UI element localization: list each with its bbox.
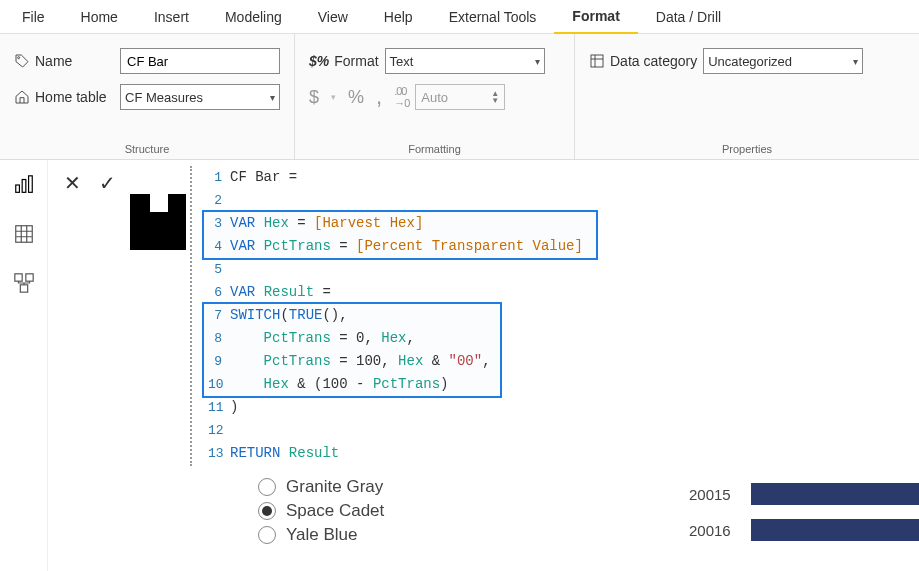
code-content[interactable] xyxy=(230,258,238,281)
menu-modeling[interactable]: Modeling xyxy=(207,1,300,33)
ribbon-group-formatting: $% Format Text ▾ $ ▾ % , .00→0 Auto xyxy=(295,34,575,159)
menubar: File Home Insert Modeling View Help Exte… xyxy=(0,0,919,34)
format-prefix-icon: $% xyxy=(309,53,329,69)
code-content[interactable]: ) xyxy=(230,396,238,419)
editor-line[interactable]: 2 xyxy=(208,189,583,212)
menu-data-drill[interactable]: Data / Drill xyxy=(638,1,739,33)
name-input[interactable] xyxy=(120,48,280,74)
editor-line[interactable]: 4VAR PctTrans = [Percent Transparent Val… xyxy=(208,235,583,258)
data-category-label: Data category xyxy=(610,53,697,69)
editor-line[interactable]: 5 xyxy=(208,258,583,281)
radio-option[interactable]: Space Cadet xyxy=(258,499,689,523)
menu-external-tools[interactable]: External Tools xyxy=(431,1,555,33)
radio-option[interactable]: Granite Gray xyxy=(258,475,689,499)
svg-rect-6 xyxy=(14,274,21,281)
line-number: 4 xyxy=(208,235,230,258)
gutter-divider xyxy=(190,166,192,466)
editor-line[interactable]: 1CF Bar = xyxy=(208,166,583,189)
bar-row: 20016 xyxy=(689,519,919,541)
line-number: 8 xyxy=(208,327,230,350)
code-content[interactable]: VAR PctTrans = [Percent Transparent Valu… xyxy=(230,235,583,258)
line-number: 7 xyxy=(208,304,230,327)
chevron-down-icon: ▾ xyxy=(535,56,540,67)
editor-line[interactable]: 13RETURN Result xyxy=(208,442,583,465)
editor-line[interactable]: 10 Hex & (100 - PctTrans) xyxy=(208,373,583,396)
percent-button[interactable]: % xyxy=(348,87,364,108)
chevron-down-icon: ▾ xyxy=(270,92,275,103)
menu-help[interactable]: Help xyxy=(366,1,431,33)
line-number: 13 xyxy=(208,442,230,465)
report-view-icon[interactable] xyxy=(13,174,35,199)
code-content[interactable]: SWITCH(TRUE(), xyxy=(230,304,348,327)
editor-line[interactable]: 9 PctTrans = 100, Hex & "00", xyxy=(208,350,583,373)
code-content[interactable] xyxy=(230,189,238,212)
editor-line[interactable]: 11) xyxy=(208,396,583,419)
svg-point-0 xyxy=(18,57,20,59)
name-label: Name xyxy=(35,53,72,69)
ribbon-group-properties: Data category Uncategorized ▾ Properties xyxy=(575,34,919,159)
svg-rect-1 xyxy=(591,55,603,67)
chevron-down-icon: ▾ xyxy=(853,56,858,67)
line-number: 9 xyxy=(208,350,230,373)
commit-formula-button[interactable]: ✓ xyxy=(93,169,122,197)
currency-button[interactable]: $ xyxy=(309,87,319,108)
code-content[interactable]: Hex & (100 - PctTrans) xyxy=(230,373,449,396)
editor-line[interactable]: 12 xyxy=(208,419,583,442)
editor-line[interactable]: 8 PctTrans = 0, Hex, xyxy=(208,327,583,350)
code-content[interactable]: CF Bar = xyxy=(230,166,297,189)
side-rail xyxy=(0,160,48,571)
svg-rect-5 xyxy=(15,226,32,243)
menu-home[interactable]: Home xyxy=(63,1,136,33)
editor-line[interactable]: 3VAR Hex = [Harvest Hex] xyxy=(208,212,583,235)
radio-label: Yale Blue xyxy=(286,525,358,545)
data-category-dropdown[interactable]: Uncategorized ▾ xyxy=(703,48,863,74)
svg-rect-2 xyxy=(15,185,19,192)
bottom-overlay: Granite GraySpace CadetYale Blue 2001520… xyxy=(218,471,919,571)
home-table-icon xyxy=(14,89,30,105)
menu-file[interactable]: File xyxy=(4,1,63,33)
comma-button[interactable]: , xyxy=(376,84,382,110)
color-radio-list: Granite GraySpace CadetYale Blue xyxy=(218,471,689,571)
format-dropdown[interactable]: Text ▾ xyxy=(385,48,545,74)
radio-icon xyxy=(258,478,276,496)
line-number: 2 xyxy=(208,189,230,212)
data-view-icon[interactable] xyxy=(13,223,35,248)
chevron-down-icon: ▾ xyxy=(331,93,336,101)
line-number: 11 xyxy=(208,396,230,419)
editor-line[interactable]: 7SWITCH(TRUE(), xyxy=(208,304,583,327)
radio-icon xyxy=(258,502,276,520)
canvas: ✕ ✓ 1CF Bar =2 3VAR Hex = [Harvest Hex]4… xyxy=(48,160,919,571)
radio-label: Granite Gray xyxy=(286,477,383,497)
model-view-icon[interactable] xyxy=(13,272,35,297)
tag-icon xyxy=(14,53,30,69)
main-area: ✕ ✓ 1CF Bar =2 3VAR Hex = [Harvest Hex]4… xyxy=(0,160,919,571)
svg-rect-3 xyxy=(22,180,26,193)
decimal-places-spinner[interactable]: Auto ▲▼ xyxy=(415,84,505,110)
line-number: 10 xyxy=(208,373,230,396)
bars-panel: 2001520016 xyxy=(689,471,919,571)
home-table-dropdown[interactable]: CF Measures ▾ xyxy=(120,84,280,110)
code-content[interactable]: RETURN Result xyxy=(230,442,339,465)
formatting-group-title: Formatting xyxy=(309,141,560,157)
data-category-icon xyxy=(589,53,605,69)
radio-icon xyxy=(258,526,276,544)
radio-option[interactable]: Yale Blue xyxy=(258,523,689,547)
spinner-value: Auto xyxy=(421,90,448,105)
decimal-button[interactable]: .00→0 xyxy=(394,85,409,109)
cancel-formula-button[interactable]: ✕ xyxy=(58,169,87,197)
spinner-down-icon[interactable]: ▼ xyxy=(491,97,499,104)
home-table-value: CF Measures xyxy=(125,90,203,105)
code-content[interactable]: VAR Result = xyxy=(230,281,331,304)
svg-rect-4 xyxy=(28,176,32,193)
structure-group-title: Structure xyxy=(14,141,280,157)
menu-format[interactable]: Format xyxy=(554,0,637,34)
visual-thumbnail xyxy=(130,194,186,250)
bar-label: 20016 xyxy=(689,522,739,539)
editor-line[interactable]: 6VAR Result = xyxy=(208,281,583,304)
menu-view[interactable]: View xyxy=(300,1,366,33)
code-content[interactable]: PctTrans = 100, Hex & "00", xyxy=(230,350,491,373)
code-content[interactable]: VAR Hex = [Harvest Hex] xyxy=(230,212,423,235)
menu-insert[interactable]: Insert xyxy=(136,1,207,33)
code-content[interactable]: PctTrans = 0, Hex, xyxy=(230,327,415,350)
code-content[interactable] xyxy=(230,419,238,442)
